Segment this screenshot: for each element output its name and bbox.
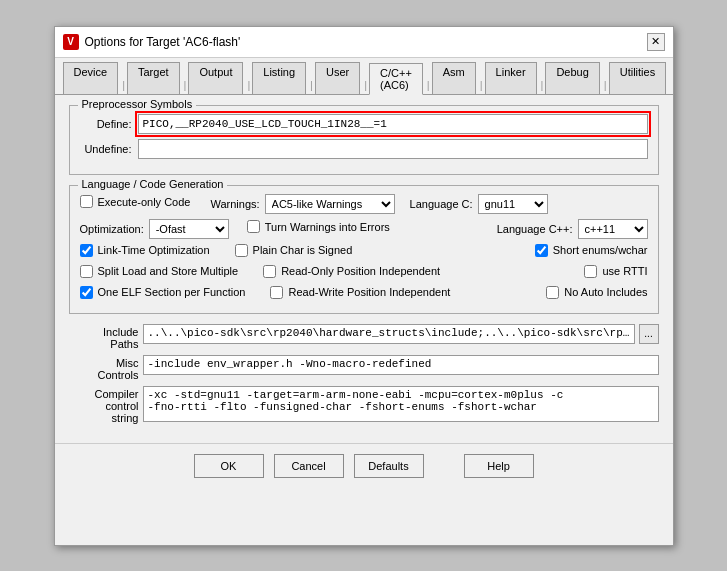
app-icon: V [63, 34, 79, 50]
tab-cpp-ac6[interactable]: C/C++ (AC6) [369, 63, 423, 95]
defaults-button[interactable]: Defaults [354, 454, 424, 478]
read-write-label: Read-Write Position Independent [288, 286, 450, 298]
read-only-checkbox[interactable] [263, 265, 276, 278]
define-row: Define: [80, 114, 648, 134]
compiler-string-value: -xc -std=gnu11 -target=arm-arm-none-eabi… [143, 386, 659, 422]
optimization-select[interactable]: -Ofast -O0 -O1 -O2 -O3 -Os [149, 219, 229, 239]
tab-device[interactable]: Device [63, 62, 119, 94]
compiler-string-label: Compilercontrolstring [69, 386, 139, 424]
no-auto-checkbox[interactable] [546, 286, 559, 299]
language-group-label: Language / Code Generation [78, 178, 228, 190]
warnings-label: Warnings: [210, 198, 259, 210]
plain-char-checkbox[interactable] [235, 244, 248, 257]
language-group: Language / Code Generation Execute-only … [69, 185, 659, 314]
undefine-input[interactable] [138, 139, 648, 159]
misc-controls-label: MiscControls [69, 355, 139, 381]
undefine-row: Undefine: [80, 139, 648, 159]
execute-only-row: Execute-only Code [80, 195, 191, 208]
language-c-label: Language C: [410, 198, 473, 210]
short-enums-row: Short enums/wchar [535, 244, 648, 257]
include-paths-browse[interactable]: ... [639, 324, 659, 344]
cancel-button[interactable]: Cancel [274, 454, 344, 478]
language-cpp-label: Language C++: [497, 223, 573, 235]
no-auto-row: No Auto Includes [546, 286, 647, 299]
turn-warnings-checkbox[interactable] [247, 220, 260, 233]
preprocessor-group-label: Preprocessor Symbols [78, 98, 197, 110]
close-button[interactable]: ✕ [647, 33, 665, 51]
include-paths-value: ..\..\pico-sdk\src\rp2040\hardware_struc… [143, 324, 635, 344]
turn-warnings-label: Turn Warnings into Errors [265, 221, 390, 233]
tab-bar: Device | Target | Output | Listing | Use… [55, 58, 673, 95]
execute-only-checkbox[interactable] [80, 195, 93, 208]
one-elf-label: One ELF Section per Function [98, 286, 246, 298]
include-paths-label: IncludePaths [69, 324, 139, 350]
misc-controls-row: MiscControls -include env_wrapper.h -Wno… [69, 355, 659, 381]
split-load-checkbox[interactable] [80, 265, 93, 278]
short-enums-checkbox[interactable] [535, 244, 548, 257]
link-time-label: Link-Time Optimization [98, 244, 210, 256]
language-cpp-select[interactable]: c++11 c++14 c++17 [578, 219, 648, 239]
one-elf-row: One ELF Section per Function [80, 286, 246, 299]
plain-char-label: Plain Char is Signed [253, 244, 353, 256]
title-bar: V Options for Target 'AC6-flash' ✕ [55, 27, 673, 58]
tab-user[interactable]: User [315, 62, 360, 94]
footer: OK Cancel Defaults Help [55, 443, 673, 488]
use-rtti-label: use RTTI [602, 265, 647, 277]
link-time-checkbox[interactable] [80, 244, 93, 257]
language-c-select[interactable]: gnu11 c99 c11 [478, 194, 548, 214]
use-rtti-checkbox[interactable] [584, 265, 597, 278]
use-rtti-row: use RTTI [584, 265, 647, 278]
tab-target[interactable]: Target [127, 62, 180, 94]
tab-utilities[interactable]: Utilities [609, 62, 666, 94]
preprocessor-group: Preprocessor Symbols Define: Undefine: [69, 105, 659, 175]
no-auto-label: No Auto Includes [564, 286, 647, 298]
misc-controls-value: -include env_wrapper.h -Wno-macro-redefi… [143, 355, 659, 375]
link-time-row: Link-Time Optimization [80, 244, 210, 257]
tab-output[interactable]: Output [188, 62, 243, 94]
execute-only-label: Execute-only Code [98, 196, 191, 208]
plain-char-row: Plain Char is Signed [235, 244, 353, 257]
turn-warnings-row: Turn Warnings into Errors [247, 220, 390, 233]
include-paths-row: IncludePaths ..\..\pico-sdk\src\rp2040\h… [69, 324, 659, 350]
split-load-row: Split Load and Store Multiple [80, 265, 239, 278]
warnings-select[interactable]: AC5-like Warnings No Warnings All Warnin… [265, 194, 395, 214]
define-label: Define: [80, 118, 132, 130]
compiler-string-row: Compilercontrolstring -xc -std=gnu11 -ta… [69, 386, 659, 424]
main-dialog: V Options for Target 'AC6-flash' ✕ Devic… [54, 26, 674, 546]
split-load-label: Split Load and Store Multiple [98, 265, 239, 277]
tab-linker[interactable]: Linker [485, 62, 537, 94]
read-only-label: Read-Only Position Independent [281, 265, 440, 277]
dialog-title: Options for Target 'AC6-flash' [85, 35, 241, 49]
ok-button[interactable]: OK [194, 454, 264, 478]
read-only-row: Read-Only Position Independent [263, 265, 440, 278]
help-button[interactable]: Help [464, 454, 534, 478]
one-elf-checkbox[interactable] [80, 286, 93, 299]
tab-debug[interactable]: Debug [545, 62, 599, 94]
define-input[interactable] [138, 114, 648, 134]
tab-listing[interactable]: Listing [252, 62, 306, 94]
title-bar-left: V Options for Target 'AC6-flash' [63, 34, 241, 50]
optimization-label: Optimization: [80, 223, 144, 235]
undefine-label: Undefine: [80, 143, 132, 155]
read-write-checkbox[interactable] [270, 286, 283, 299]
tab-content: Preprocessor Symbols Define: Undefine: L… [55, 95, 673, 439]
short-enums-label: Short enums/wchar [553, 244, 648, 256]
tab-asm[interactable]: Asm [432, 62, 476, 94]
read-write-row: Read-Write Position Independent [270, 286, 450, 299]
